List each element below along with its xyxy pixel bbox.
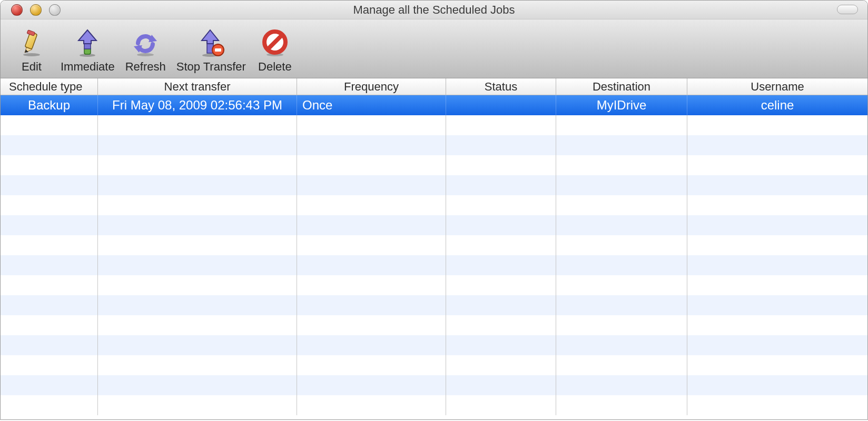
cell-frequency <box>297 155 446 175</box>
cell-username <box>687 375 867 395</box>
cell-username <box>687 295 867 315</box>
cell-next-transfer <box>98 155 297 175</box>
cell-status <box>446 295 556 315</box>
col-header-frequency[interactable]: Frequency <box>297 78 446 95</box>
table-body[interactable]: BackupFri May 08, 2009 02:56:43 PMOnceMy… <box>1 95 867 419</box>
col-header-next-transfer[interactable]: Next transfer <box>98 78 297 95</box>
table-row[interactable] <box>1 175 867 195</box>
delete-button[interactable]: Delete <box>251 26 299 74</box>
edit-button[interactable]: Edit <box>8 26 55 74</box>
close-window-button[interactable] <box>11 4 23 16</box>
cell-username <box>687 215 867 235</box>
cell-next-transfer <box>98 355 297 375</box>
cell-schedule-type <box>1 375 98 395</box>
cell-username <box>687 275 867 295</box>
cell-username <box>687 315 867 335</box>
cell-destination: MyIDrive <box>556 95 687 115</box>
cell-frequency <box>297 235 446 255</box>
window: Manage all the Scheduled Jobs <box>0 0 868 420</box>
svg-point-0 <box>23 53 40 56</box>
cell-next-transfer <box>98 275 297 295</box>
cell-status <box>446 395 556 415</box>
cell-next-transfer <box>98 295 297 315</box>
cell-frequency <box>297 115 446 135</box>
cell-status <box>446 335 556 355</box>
cell-next-transfer <box>98 235 297 255</box>
cell-username <box>687 395 867 415</box>
table-row[interactable] <box>1 215 867 235</box>
refresh-button[interactable]: Refresh <box>120 26 171 74</box>
immediate-button[interactable]: Immediate <box>55 26 120 74</box>
refresh-label: Refresh <box>125 60 166 74</box>
cell-status <box>446 155 556 175</box>
cell-username <box>687 175 867 195</box>
col-header-username[interactable]: Username <box>687 78 867 95</box>
cell-next-transfer <box>98 195 297 215</box>
cell-next-transfer <box>98 215 297 235</box>
cell-schedule-type <box>1 155 98 175</box>
col-header-destination[interactable]: Destination <box>556 78 687 95</box>
cell-schedule-type <box>1 295 98 315</box>
table-row[interactable] <box>1 315 867 335</box>
upload-arrow-icon <box>73 28 102 58</box>
cell-destination <box>556 275 687 295</box>
titlebar: Manage all the Scheduled Jobs <box>1 1 867 19</box>
table-row[interactable] <box>1 255 867 275</box>
pencil-icon <box>17 28 46 58</box>
cell-destination <box>556 395 687 415</box>
stop-transfer-button[interactable]: Stop Transfer <box>171 26 251 74</box>
svg-rect-4 <box>27 30 35 36</box>
cell-schedule-type <box>1 215 98 235</box>
cell-destination <box>556 355 687 375</box>
stop-transfer-label: Stop Transfer <box>176 60 246 74</box>
cell-username <box>687 135 867 155</box>
cell-status <box>446 195 556 215</box>
cell-schedule-type <box>1 235 98 255</box>
table-row[interactable] <box>1 335 867 355</box>
cell-destination <box>556 115 687 135</box>
minimize-window-button[interactable] <box>30 4 42 16</box>
cell-status <box>446 255 556 275</box>
table-row[interactable] <box>1 275 867 295</box>
table-row[interactable] <box>1 295 867 315</box>
col-header-schedule-type[interactable]: Schedule type <box>1 78 98 95</box>
table-row[interactable] <box>1 115 867 135</box>
table-row[interactable] <box>1 135 867 155</box>
cell-username <box>687 335 867 355</box>
table-row[interactable] <box>1 155 867 175</box>
zoom-window-button[interactable] <box>49 4 61 16</box>
cell-frequency <box>297 195 446 215</box>
cell-schedule-type <box>1 395 98 415</box>
cell-frequency <box>297 395 446 415</box>
prohibited-icon <box>260 28 290 58</box>
cell-username <box>687 155 867 175</box>
toolbar-pill-icon[interactable] <box>837 5 858 14</box>
cell-frequency <box>297 295 446 315</box>
table-row[interactable] <box>1 375 867 395</box>
toolbar: Edit Immediate <box>1 19 867 78</box>
cell-status <box>446 235 556 255</box>
table-row[interactable]: BackupFri May 08, 2009 02:56:43 PMOnceMy… <box>1 95 867 115</box>
table-row[interactable] <box>1 355 867 375</box>
cell-schedule-type <box>1 315 98 335</box>
table-row[interactable] <box>1 235 867 255</box>
table-row[interactable] <box>1 195 867 215</box>
cell-next-transfer <box>98 255 297 275</box>
table-header-row: Schedule type Next transfer Frequency St… <box>1 78 867 95</box>
cell-frequency <box>297 135 446 155</box>
cell-destination <box>556 255 687 275</box>
cell-schedule-type <box>1 355 98 375</box>
cell-frequency <box>297 375 446 395</box>
cell-destination <box>556 315 687 335</box>
col-header-status[interactable]: Status <box>446 78 556 95</box>
cell-destination <box>556 195 687 215</box>
cell-username <box>687 195 867 215</box>
cell-destination <box>556 375 687 395</box>
cell-frequency <box>297 275 446 295</box>
traffic-lights <box>1 4 61 16</box>
svg-marker-8 <box>78 30 96 44</box>
table-row[interactable] <box>1 395 867 415</box>
cell-destination <box>556 175 687 195</box>
immediate-label: Immediate <box>61 60 115 74</box>
cell-next-transfer <box>98 335 297 355</box>
